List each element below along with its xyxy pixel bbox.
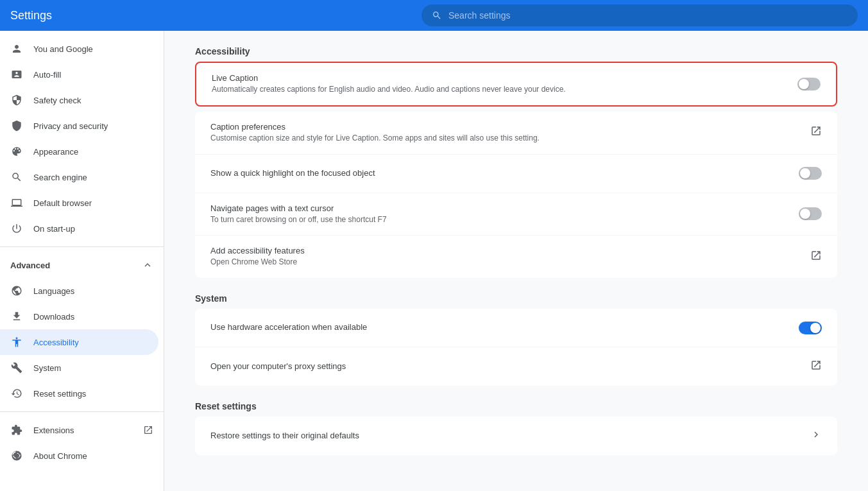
on-startup-label: On start-up bbox=[33, 224, 75, 234]
sidebar-item-default-browser[interactable]: Default browser bbox=[0, 190, 158, 216]
topbar: Settings bbox=[0, 0, 868, 31]
safety-check-label: Safety check bbox=[33, 96, 81, 105]
accessibility-card: Caption preferences Customise caption si… bbox=[195, 112, 837, 278]
settings-title: Settings bbox=[10, 9, 52, 22]
quick-highlight-title: Show a quick highlight on the focused ob… bbox=[210, 168, 799, 178]
reset-settings-icon bbox=[10, 388, 23, 399]
accessibility-section: Accessibility Live Caption Automatically… bbox=[195, 46, 837, 278]
caption-preferences-desc: Customise caption size and style for Liv… bbox=[210, 133, 810, 144]
system-label: System bbox=[33, 363, 61, 373]
chevron-up-icon bbox=[142, 259, 153, 271]
sidebar-item-extensions[interactable]: Extensions bbox=[0, 417, 164, 443]
sidebar-divider-1 bbox=[0, 246, 164, 247]
search-engine-label: Search engine bbox=[33, 173, 87, 182]
languages-label: Languages bbox=[33, 286, 74, 296]
live-caption-item: Live Caption Automatically creates capti… bbox=[196, 63, 836, 105]
live-caption-title: Live Caption bbox=[212, 73, 797, 83]
about-chrome-label: About Chrome bbox=[33, 451, 87, 461]
search-icon bbox=[432, 10, 442, 21]
system-section: System Use hardware acceleration when av… bbox=[195, 293, 837, 386]
live-caption-toggle[interactable] bbox=[797, 78, 821, 90]
sidebar-item-on-startup[interactable]: On start-up bbox=[0, 216, 158, 241]
search-engine-icon bbox=[10, 171, 23, 183]
privacy-security-icon bbox=[10, 120, 23, 132]
proxy-settings-item[interactable]: Open your computer's proxy settings bbox=[195, 347, 837, 386]
sidebar-item-reset-settings[interactable]: Reset settings bbox=[0, 381, 158, 406]
text-cursor-toggle[interactable] bbox=[799, 207, 822, 220]
sidebar-main-items: You and Google Auto-fill Safety check Pr… bbox=[0, 36, 164, 241]
restore-defaults-title: Restore settings to their original defau… bbox=[210, 431, 810, 440]
main-content: Accessibility Live Caption Automatically… bbox=[164, 31, 868, 491]
autofill-icon bbox=[10, 69, 23, 80]
safety-check-icon bbox=[10, 94, 23, 106]
languages-icon bbox=[10, 285, 23, 297]
hardware-accel-text: Use hardware acceleration when available bbox=[210, 322, 799, 333]
reset-card: Restore settings to their original defau… bbox=[195, 417, 837, 455]
add-accessibility-title: Add accessibility features bbox=[210, 246, 810, 255]
extensions-icon bbox=[10, 424, 23, 436]
accessibility-icon bbox=[10, 336, 23, 348]
proxy-settings-title: Open your computer's proxy settings bbox=[210, 361, 810, 371]
text-cursor-desc: To turn caret browsing on or off, use th… bbox=[210, 214, 799, 225]
quick-highlight-text: Show a quick highlight on the focused ob… bbox=[210, 168, 799, 179]
hardware-accel-toggle[interactable] bbox=[799, 322, 822, 334]
sidebar-item-safety-check[interactable]: Safety check bbox=[0, 87, 158, 113]
restore-defaults-chevron bbox=[810, 429, 822, 444]
downloads-label: Downloads bbox=[33, 312, 74, 322]
proxy-external-icon bbox=[810, 359, 822, 374]
search-input[interactable] bbox=[448, 10, 847, 21]
hardware-accel-item: Use hardware acceleration when available bbox=[195, 309, 837, 347]
add-accessibility-external-icon bbox=[810, 250, 822, 264]
downloads-icon bbox=[10, 311, 23, 322]
sidebar-item-search-engine[interactable]: Search engine bbox=[0, 164, 158, 190]
live-caption-text: Live Caption Automatically creates capti… bbox=[212, 73, 797, 95]
chrome-icon bbox=[10, 450, 23, 461]
quick-highlight-item: Show a quick highlight on the focused ob… bbox=[195, 155, 837, 193]
appearance-icon bbox=[10, 146, 23, 157]
text-cursor-text: Navigate pages with a text cursor To tur… bbox=[210, 203, 799, 225]
you-google-icon bbox=[10, 43, 23, 55]
on-startup-icon bbox=[10, 223, 23, 234]
caption-preferences-item[interactable]: Caption preferences Customise caption si… bbox=[195, 112, 837, 155]
quick-highlight-toggle[interactable] bbox=[799, 167, 822, 180]
sidebar-divider-2 bbox=[0, 411, 164, 412]
extensions-external-icon bbox=[143, 425, 153, 435]
sidebar-advanced-header[interactable]: Advanced bbox=[0, 252, 164, 278]
caption-preferences-title: Caption preferences bbox=[210, 122, 810, 132]
text-cursor-title: Navigate pages with a text cursor bbox=[210, 203, 799, 213]
extensions-label: Extensions bbox=[33, 426, 74, 435]
advanced-label: Advanced bbox=[10, 261, 50, 270]
default-browser-label: Default browser bbox=[33, 198, 92, 208]
sidebar-item-privacy-security[interactable]: Privacy and security bbox=[0, 113, 158, 139]
sidebar-advanced-items: Languages Downloads Accessibility System… bbox=[0, 278, 164, 406]
sidebar-item-you-google[interactable]: You and Google bbox=[0, 36, 158, 62]
you-google-label: You and Google bbox=[33, 44, 93, 54]
reset-section: Reset settings Restore settings to their… bbox=[195, 401, 837, 455]
default-browser-icon bbox=[10, 197, 23, 209]
sidebar-item-languages[interactable]: Languages bbox=[0, 278, 158, 304]
sidebar-item-system[interactable]: System bbox=[0, 355, 158, 381]
appearance-label: Appearance bbox=[33, 147, 78, 157]
restore-defaults-item[interactable]: Restore settings to their original defau… bbox=[195, 417, 837, 455]
sidebar-item-autofill[interactable]: Auto-fill bbox=[0, 62, 158, 87]
caption-preferences-text: Caption preferences Customise caption si… bbox=[210, 122, 810, 144]
add-accessibility-text: Add accessibility features Open Chrome W… bbox=[210, 246, 810, 268]
live-caption-card: Live Caption Automatically creates capti… bbox=[195, 62, 837, 107]
sidebar-item-about-chrome[interactable]: About Chrome bbox=[0, 443, 158, 469]
add-accessibility-item[interactable]: Add accessibility features Open Chrome W… bbox=[195, 236, 837, 278]
caption-preferences-external-icon bbox=[810, 125, 822, 140]
restore-defaults-text: Restore settings to their original defau… bbox=[210, 431, 810, 442]
proxy-settings-text: Open your computer's proxy settings bbox=[210, 361, 810, 372]
search-container bbox=[421, 4, 858, 26]
sidebar: You and Google Auto-fill Safety check Pr… bbox=[0, 31, 164, 491]
hardware-accel-title: Use hardware acceleration when available bbox=[210, 322, 799, 332]
system-icon bbox=[10, 362, 23, 374]
text-cursor-item: Navigate pages with a text cursor To tur… bbox=[195, 193, 837, 236]
sidebar-item-appearance[interactable]: Appearance bbox=[0, 139, 158, 164]
reset-section-title: Reset settings bbox=[195, 401, 837, 411]
accessibility-label: Accessibility bbox=[33, 338, 79, 347]
sidebar-item-accessibility[interactable]: Accessibility bbox=[0, 329, 158, 355]
system-card: Use hardware acceleration when available… bbox=[195, 309, 837, 386]
sidebar-item-downloads[interactable]: Downloads bbox=[0, 304, 158, 329]
reset-settings-label: Reset settings bbox=[33, 389, 86, 399]
